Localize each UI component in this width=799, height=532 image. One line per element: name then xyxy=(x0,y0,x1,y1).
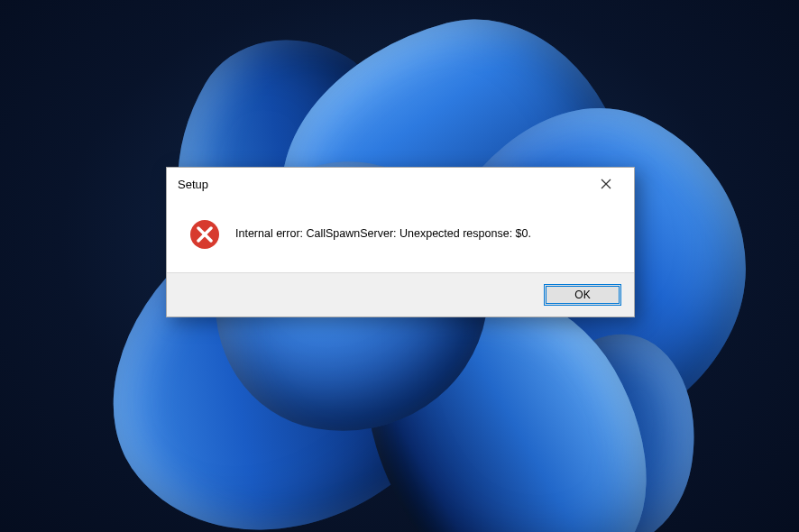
error-dialog: Setup Internal error: CallSpawnServer: U… xyxy=(166,167,635,317)
close-button[interactable] xyxy=(587,170,625,197)
ok-button[interactable]: OK xyxy=(544,284,621,306)
error-icon xyxy=(188,218,221,251)
dialog-footer: OK xyxy=(167,272,634,316)
close-icon xyxy=(601,179,611,189)
dialog-body: Internal error: CallSpawnServer: Unexpec… xyxy=(167,200,634,272)
dialog-title: Setup xyxy=(178,178,208,191)
dialog-message: Internal error: CallSpawnServer: Unexpec… xyxy=(235,226,531,243)
dialog-titlebar[interactable]: Setup xyxy=(167,168,634,200)
